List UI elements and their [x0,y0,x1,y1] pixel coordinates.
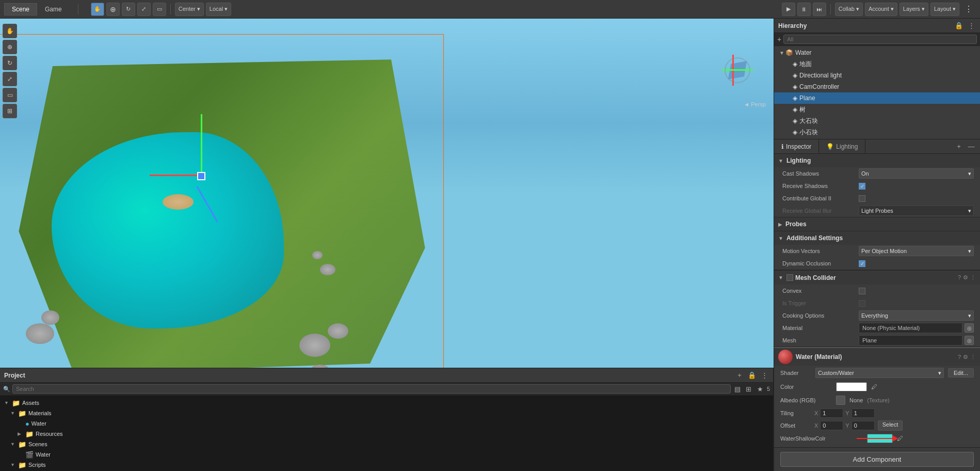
tool-rotate[interactable]: ↻ [122,3,135,16]
tab-inspector[interactable]: ℹ Inspector [774,139,819,153]
probes-section-header[interactable]: ▶ Probes [774,217,980,231]
local-dropdown[interactable]: Local ▾ [206,3,231,16]
tree-item-plane[interactable]: ◈ Plane [774,92,980,104]
hand-tool[interactable]: ✋ [3,24,17,38]
tree-item-dirlight[interactable]: ◈ Directional light [774,70,980,81]
tiling-y-input[interactable] [852,409,875,418]
hierarchy-add-btn[interactable]: + [777,35,781,43]
motion-vectors-chevron: ▾ [968,248,971,255]
more-btn[interactable]: ⋮ [961,4,976,14]
color-pick-icon[interactable]: 🖊 [871,383,877,390]
mesh-collider-help-icon[interactable]: ? [958,274,961,281]
mesh-collider-settings-icon[interactable]: ⚙ [963,274,968,281]
proj-water-material[interactable]: ▶ ● Water [0,418,773,429]
inspector-minimize[interactable]: — [967,142,976,151]
tool-hand[interactable]: ✋ [91,3,104,16]
play-btn[interactable]: ▶ [782,3,795,16]
tree-item-water[interactable]: ▼ 📦 Water [774,47,980,58]
proj-assets[interactable]: ▼ 📁 Assets [0,398,773,408]
mesh-collider-more-icon[interactable]: ⋮ [970,274,976,281]
collab-btn[interactable]: Collab ▾ [835,3,863,16]
project-search-input[interactable] [12,384,731,394]
offset-y-input[interactable] [852,421,875,430]
scale-tool[interactable]: ⤢ [3,72,17,86]
mesh-collider-header[interactable]: ▼ Mesh Collider ? ⚙ ⋮ [774,270,980,285]
inspector-add[interactable]: + [954,142,963,151]
proj-scripts[interactable]: ▼ 📁 Scripts [0,460,773,470]
convex-checkbox[interactable] [859,288,865,294]
shader-edit-btn[interactable]: Edit... [948,368,974,378]
proj-scenes[interactable]: ▼ 📁 Scenes [0,439,773,449]
lighting-icon: 💡 [826,143,834,150]
scene-canvas[interactable]: ◄ Persp ✋ ⊕ ↻ ⤢ ▭ ⊞ [0,19,774,368]
receive-shadows-checkbox[interactable] [859,183,865,190]
project-favorites[interactable]: ★ [756,384,765,394]
account-btn[interactable]: Account ▾ [865,3,897,16]
tool-rect[interactable]: ▭ [153,3,166,16]
tree-item-tree[interactable]: ◈ 树 [774,104,980,115]
offset-x-input[interactable] [820,421,843,430]
move-tool[interactable]: ⊕ [3,40,17,54]
mesh-field-input[interactable]: Plane [859,335,962,346]
material-help-icon[interactable]: ? [958,354,961,360]
proj-materials[interactable]: ▼ 📁 Materials [0,408,773,418]
search-icon: 🔍 [3,386,10,392]
scenes-label: Scenes [28,441,47,447]
color-label: Color [780,384,832,390]
tool-move[interactable]: ⊕ [106,3,120,16]
layout-btn[interactable]: Layout ▾ [930,3,959,16]
cast-shadows-dropdown[interactable]: On ▾ [859,168,974,179]
proj-resources[interactable]: ▶ 📁 Resources [0,429,773,439]
receive-gi-label: Receive Global Illur [782,208,855,214]
rect-tool[interactable]: ▭ [3,88,17,102]
shader-dropdown[interactable]: Custom/Water ▾ [815,368,944,378]
hierarchy-more[interactable]: ⋮ [967,21,976,30]
cooking-options-dropdown[interactable]: Everything ▾ [859,310,974,321]
project-view-2[interactable]: ⊞ [744,384,753,394]
lighting-section-header[interactable]: ▼ Lighting [774,154,980,167]
tab-scene[interactable]: Scene [4,3,37,15]
albedo-thumbnail[interactable] [836,396,845,405]
project-view-1[interactable]: ▤ [733,384,742,394]
tree-item-bigrock[interactable]: ◈ 大石块 [774,115,980,127]
project-add[interactable]: + [735,371,744,380]
contribute-gi-checkbox[interactable] [859,195,865,202]
hierarchy-lock[interactable]: 🔒 [954,21,963,30]
step-btn[interactable]: ⏭ [813,3,826,16]
proj-water-scene[interactable]: ▶ 🎬 Water [0,449,773,460]
material-settings-icon[interactable]: ⚙ [963,354,968,360]
rotate-tool[interactable]: ↻ [3,56,17,70]
tree-item-camcontroller[interactable]: ◈ CamController [774,81,980,92]
receive-gi-dropdown[interactable]: Light Probes ▾ [859,206,974,216]
probes-toggle: ▶ [778,222,782,227]
mesh-select-btn[interactable]: ◎ [965,336,974,345]
hierarchy-search-input[interactable] [783,35,977,44]
pivot-dropdown[interactable]: Center ▾ [175,3,204,16]
offset-select-btn[interactable]: Select [878,420,903,431]
material-field-input[interactable]: None (Physic Material) [859,323,962,333]
tool-scale[interactable]: ⤢ [137,3,151,16]
cooking-options-chevron: ▾ [968,312,971,319]
additional-section-header[interactable]: ▼ Additional Settings [774,231,980,245]
transform-tool[interactable]: ⊞ [3,104,17,118]
color-swatch[interactable] [836,382,867,391]
nav-cube[interactable] [717,50,758,91]
tiling-x-input[interactable] [820,409,843,418]
motion-vectors-dropdown[interactable]: Per Object Motion ▾ [859,246,974,256]
dynamic-occlusion-checkbox[interactable] [859,260,865,267]
project-more[interactable]: ⋮ [760,371,769,380]
tab-game[interactable]: Game [37,3,70,15]
mesh-collider-enabled-checkbox[interactable] [786,274,793,281]
add-component-button[interactable]: Add Component [780,452,974,467]
tab-lighting[interactable]: 💡 Lighting [819,139,865,153]
material-select-btn[interactable]: ◎ [965,323,974,333]
tree-item-ground[interactable]: ◈ 地面 [774,58,980,70]
tree-item-smallrock[interactable]: ◈ 小石块 [774,127,980,138]
is-trigger-checkbox[interactable] [859,300,865,307]
perspective-label: ◄ Persp [744,101,766,107]
project-lock[interactable]: 🔒 [747,371,757,380]
layers-btn[interactable]: Layers ▾ [899,3,928,16]
cast-shadows-label: Cast Shadows [782,170,855,177]
material-more-icon[interactable]: ⋮ [970,354,976,360]
pause-btn[interactable]: ⏸ [797,3,811,16]
